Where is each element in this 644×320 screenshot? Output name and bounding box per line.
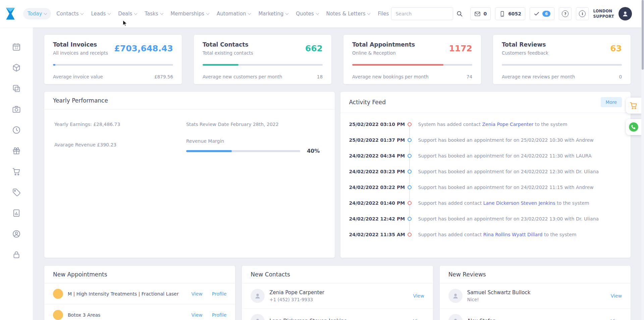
appointment-row: Botox 3 Areas View Profile	[44, 304, 235, 320]
stat-footer-label: Average new reviews per month	[502, 74, 575, 79]
scrollbar-thumb[interactable]	[642, 0, 644, 70]
view-button[interactable]: View	[192, 291, 203, 297]
contact-link[interactable]: Zenia Pope Carpenter	[482, 122, 534, 127]
contact-link[interactable]: Rina Rollins Wyatt Dillard	[483, 232, 543, 237]
activity-row: 24/02/2022 12:42 PM Support has booked a…	[349, 211, 622, 227]
search-icon	[456, 10, 463, 17]
nav-item-contacts[interactable]: Contacts	[54, 8, 86, 19]
help-button[interactable]: ?	[559, 7, 572, 20]
nav-item-label: Leads	[91, 11, 106, 17]
stat-card-appointments: Total Appointments Online & Reception 11…	[343, 35, 481, 84]
activity-text: Support has added contact Lane Dickerson…	[418, 200, 589, 206]
activity-time: 25/02/2022 01:37 PM	[349, 137, 402, 143]
chevron-down-icon	[134, 12, 138, 15]
rooms-icon	[12, 84, 21, 93]
contact-phone: +1 (452) 371-9933	[269, 297, 413, 302]
nav-item-deals[interactable]: Deals	[116, 8, 139, 19]
stat-value-1: 662	[305, 44, 323, 53]
profile-button[interactable]: Profile	[212, 312, 227, 318]
search-input[interactable]	[391, 7, 453, 20]
sidebar-item-products[interactable]	[12, 63, 21, 72]
activity-text: Support has added contact Rina Rollins W…	[418, 232, 577, 237]
nav-item-notes-letters[interactable]: Notes & Letters	[324, 8, 373, 19]
nav-item-marketing[interactable]: Marketing	[256, 8, 290, 19]
view-button[interactable]: View	[611, 318, 622, 320]
view-button[interactable]: View	[413, 318, 424, 320]
nav-item-label: Deals	[118, 11, 132, 17]
average-revenue: Avarage Revenue £390.23	[54, 142, 186, 147]
stat-card-invoices: Total Invoices All invoices and receipts…	[44, 35, 182, 84]
chevron-down-icon	[108, 12, 111, 15]
more-button[interactable]: More	[601, 97, 622, 107]
chevron-down-icon	[316, 12, 319, 15]
activity-row: 24/02/2022 11:35 AM Support has added co…	[349, 227, 622, 242]
view-button[interactable]: View	[413, 293, 424, 299]
messages-button[interactable]: 0	[470, 7, 491, 20]
nav-item-label: Memberships	[171, 11, 205, 17]
chevron-down-icon	[160, 12, 163, 15]
nav-item-tasks[interactable]: Tasks	[142, 8, 165, 19]
sidebar-item-offers[interactable]	[12, 188, 21, 197]
appointment-avatar	[53, 310, 63, 320]
stat-footer-label: Average new customers per month	[203, 74, 282, 79]
stat-card-contacts: Total Contacts Total existing contacts 6…	[194, 35, 331, 84]
sidebar-item-history[interactable]	[12, 125, 21, 135]
activity-row: 24/02/2022 03:22 PM Support has booked a…	[349, 179, 622, 195]
sidebar-item-reports[interactable]	[12, 208, 21, 218]
sidebar-item-account[interactable]	[12, 229, 21, 239]
calendar-icon: 12	[12, 42, 21, 52]
tag-icon	[12, 188, 21, 197]
stat-title: Total Appointments	[352, 41, 415, 48]
contact-name: Lane Dickerson Steven Jenkins	[269, 318, 413, 320]
sidebar-item-security[interactable]	[12, 250, 21, 259]
info-button[interactable]: i	[576, 7, 589, 20]
appointment-avatar	[53, 289, 63, 299]
revenue-margin-bar	[186, 150, 300, 152]
reviewer-avatar	[448, 289, 463, 303]
view-button[interactable]: View	[611, 293, 622, 299]
nav-item-memberships[interactable]: Memberships	[168, 8, 212, 19]
nav-item-leads[interactable]: Leads	[89, 8, 113, 19]
activity-feed-card: Activity Feed More 25/02/2022 03:10 PM S…	[340, 92, 631, 258]
activity-row: 24/02/2022 01:40 PM Support has added co…	[349, 195, 622, 211]
timeline-marker-icon	[408, 217, 412, 221]
person-icon	[452, 317, 459, 320]
timeline-marker-icon	[408, 185, 412, 189]
nav-item-quotes[interactable]: Quotes	[293, 8, 321, 19]
scrollbar-track[interactable]	[641, 0, 644, 320]
contact-link[interactable]: Lane Dickerson Steven Jenkins	[483, 200, 555, 206]
nav-item-automation[interactable]: Automation	[214, 8, 253, 19]
profile-button[interactable]: Profile	[212, 291, 227, 297]
app-logo[interactable]	[0, 6, 21, 21]
stat-title: Total Invoices	[53, 41, 108, 48]
activity-row: 24/02/2022 03:23 PM Support has booked a…	[349, 164, 622, 179]
call-widget-button[interactable]	[626, 119, 641, 135]
calls-button[interactable]: 6052	[495, 7, 525, 20]
view-button[interactable]: View	[192, 312, 203, 318]
search-button[interactable]	[453, 7, 466, 20]
yearly-earnings: Yearly Earnings: £28,486.73	[54, 122, 186, 127]
nav-item-files[interactable]: Files	[375, 8, 391, 19]
user-avatar[interactable]	[619, 7, 632, 20]
chevron-down-icon	[285, 12, 289, 15]
revenue-margin-fill	[186, 150, 232, 152]
sidebar-item-calendar[interactable]: 12	[12, 42, 21, 52]
check-icon	[534, 11, 540, 17]
activity-text: System has added contact Zenia Pope Carp…	[418, 122, 568, 127]
sidebar-item-rooms[interactable]	[12, 84, 21, 93]
tasks-button[interactable]: 6	[530, 7, 554, 20]
phone-icon	[629, 122, 639, 132]
location-label: LONDON SUPPORT	[593, 8, 614, 19]
activity-time: 24/02/2022 12:42 PM	[349, 216, 402, 221]
sidebar-item-loyalty[interactable]	[12, 146, 21, 155]
nav-item-label: Quotes	[296, 11, 314, 17]
nav-item-today[interactable]: Today	[23, 8, 51, 19]
contact-avatar	[251, 289, 265, 303]
contact-avatar	[251, 314, 265, 320]
timeline-marker-icon	[408, 122, 412, 126]
sidebar-item-sales[interactable]	[12, 167, 21, 176]
pos-widget-button[interactable]	[626, 98, 641, 114]
sidebar-item-photos[interactable]	[12, 105, 21, 114]
envelope-icon	[474, 11, 481, 17]
activity-time: 25/02/2022 03:10 PM	[349, 122, 402, 127]
